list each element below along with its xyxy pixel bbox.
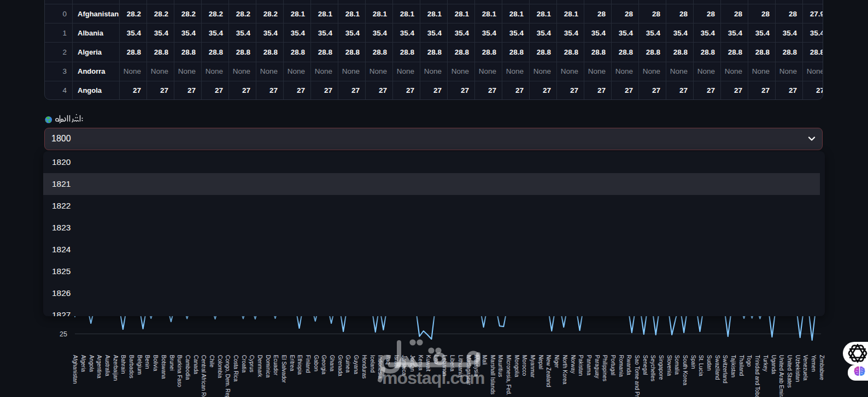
svg-text:Guyana: Guyana (353, 355, 359, 374)
svg-text:Mongolia: Mongolia (514, 355, 520, 377)
svg-text:Liberia: Liberia (449, 355, 455, 371)
svg-text:Uzbekistan: Uzbekistan (795, 355, 801, 382)
svg-text:Guinea: Guinea (345, 355, 351, 373)
svg-text:North Korea: North Korea (562, 355, 568, 384)
svg-text:South Korea: South Korea (682, 355, 688, 386)
svg-text:New Zealand: New Zealand (546, 355, 552, 387)
svg-text:Kenya: Kenya (418, 355, 424, 371)
svg-text:Spain: Spain (690, 355, 696, 369)
svg-text:Mali: Mali (482, 355, 488, 365)
svg-text:Singapore: Singapore (658, 355, 664, 380)
svg-text:Portugal: Portugal (610, 355, 616, 375)
svg-text:Lao: Lao (433, 355, 439, 364)
svg-text:Afghanistan: Afghanistan (72, 355, 78, 384)
svg-text:Ghana: Ghana (329, 355, 335, 371)
svg-text:Philippines: Philippines (602, 355, 608, 381)
svg-text:Trinidad and Tobago: Trinidad and Tobago (754, 355, 760, 397)
svg-text:Central African Republic: Central African Republic (201, 355, 207, 397)
svg-text:Iraq: Iraq (385, 355, 391, 364)
svg-text:Colombia: Colombia (217, 355, 223, 378)
svg-text:Burkina Faso: Burkina Faso (177, 355, 183, 387)
svg-text:Congo, Dem. Rep.: Congo, Dem. Rep. (225, 355, 231, 397)
svg-text:25: 25 (60, 330, 67, 338)
svg-text:Paraguay: Paraguay (594, 355, 600, 378)
svg-text:Norway: Norway (570, 355, 576, 374)
svg-text:Pakistan: Pakistan (578, 355, 584, 376)
svg-text:Indonesia: Indonesia (377, 355, 383, 379)
svg-text:Uganda: Uganda (771, 355, 777, 374)
svg-text:Cambodia: Cambodia (185, 355, 191, 380)
svg-text:Togo: Togo (746, 355, 752, 367)
svg-text:Australia: Australia (104, 355, 110, 376)
svg-text:Malaysia: Malaysia (473, 355, 479, 377)
svg-text:Dominica: Dominica (265, 355, 271, 378)
svg-text:Argentina: Argentina (96, 355, 102, 378)
svg-text:United States: United States (787, 355, 793, 388)
svg-text:Bolivia: Bolivia (153, 355, 159, 371)
svg-text:Myanmar: Myanmar (530, 355, 536, 378)
svg-text:Somalia: Somalia (674, 355, 680, 375)
svg-text:Chile: Chile (209, 355, 215, 368)
svg-text:Sao Tome and Principe: Sao Tome and Principe (634, 355, 640, 397)
svg-text:Ethiopia: Ethiopia (297, 355, 303, 375)
svg-text:Zimbabwe: Zimbabwe (819, 355, 825, 381)
svg-text:Denmark: Denmark (257, 355, 263, 378)
svg-text:Barbados: Barbados (128, 355, 134, 378)
svg-text:Croatia: Croatia (241, 355, 247, 373)
svg-text:Angola: Angola (89, 355, 95, 372)
svg-text:Kuwait: Kuwait (425, 355, 431, 371)
svg-text:Senegal: Senegal (642, 355, 648, 375)
svg-text:Madagascar: Madagascar (466, 355, 472, 386)
svg-text:Venezuela: Venezuela (802, 355, 808, 381)
svg-text:Iceland: Iceland (370, 355, 376, 372)
svg-text:Bahrain: Bahrain (120, 355, 126, 374)
svg-text:Grenada: Grenada (337, 355, 343, 376)
svg-text:Yemen: Yemen (811, 355, 817, 372)
svg-text:Costa Rica: Costa Rica (233, 355, 239, 382)
svg-text:Jordan: Jordan (409, 355, 415, 372)
svg-text:Benin: Benin (144, 355, 150, 369)
svg-text:Nepal: Nepal (538, 355, 544, 369)
svg-text:Belgium: Belgium (137, 355, 143, 375)
svg-text:Mauritius: Mauritius (497, 355, 503, 377)
svg-text:Tajikistan: Tajikistan (730, 355, 736, 377)
svg-text:Botswana: Botswana (161, 355, 167, 379)
svg-text:Canada: Canada (193, 355, 199, 374)
svg-text:Israel: Israel (394, 355, 400, 368)
svg-text:Gabon: Gabon (313, 355, 319, 371)
svg-text:Honduras: Honduras (361, 355, 367, 378)
svg-text:Cyprus: Cyprus (249, 355, 255, 372)
svg-text:Micronesia, Fed. Sts.: Micronesia, Fed. Sts. (506, 355, 512, 397)
svg-text:Switzerland: Switzerland (722, 355, 728, 383)
svg-text:Georgia: Georgia (321, 355, 327, 375)
svg-text:Sudan: Sudan (706, 355, 712, 371)
svg-text:Turkey: Turkey (763, 355, 769, 371)
svg-text:Seychelles: Seychelles (650, 355, 656, 381)
svg-text:Jamaica: Jamaica (401, 355, 407, 376)
svg-text:Brunei: Brunei (169, 355, 175, 371)
svg-text:Rwanda: Rwanda (626, 355, 632, 375)
svg-text:Niger: Niger (554, 355, 560, 369)
svg-text:El Salvador: El Salvador (281, 355, 287, 383)
svg-text:Morocco: Morocco (521, 355, 527, 376)
svg-text:Slovenia: Slovenia (666, 355, 672, 376)
svg-text:Azerbaijan: Azerbaijan (113, 355, 119, 381)
svg-text:Algeria: Algeria (80, 355, 86, 372)
svg-text:Eritrea: Eritrea (289, 355, 295, 371)
svg-text:Thailand: Thailand (738, 355, 744, 376)
svg-text:Swaziland: Swaziland (714, 355, 720, 380)
svg-text:Romania: Romania (618, 355, 624, 377)
svg-text:St. Lucia: St. Lucia (698, 355, 704, 376)
svg-text:Finland: Finland (305, 355, 311, 373)
svg-text:Lithuania: Lithuania (458, 355, 464, 377)
svg-text:Lebanon: Lebanon (442, 355, 448, 376)
svg-text:Ecuador: Ecuador (273, 355, 279, 376)
svg-text:Panama: Panama (586, 355, 592, 376)
svg-text:Marshall Islands: Marshall Islands (490, 355, 496, 394)
svg-text:United Arab Emirates: United Arab Emirates (778, 355, 784, 397)
